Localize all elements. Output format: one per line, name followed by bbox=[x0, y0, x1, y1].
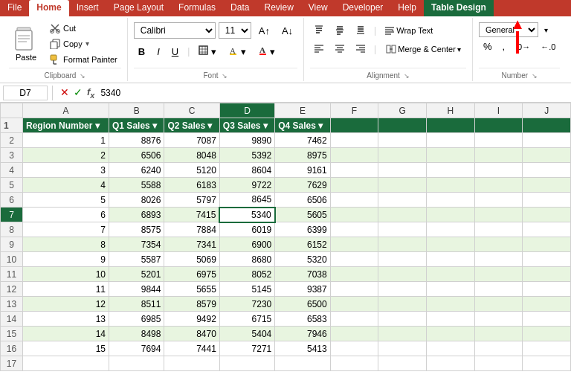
cell-a12[interactable]: 11 bbox=[23, 282, 109, 297]
cell-j16[interactable] bbox=[523, 341, 571, 356]
font-color-button[interactable]: A ▾ bbox=[254, 44, 280, 59]
empty-cell[interactable] bbox=[23, 356, 109, 371]
left-align-button[interactable] bbox=[310, 41, 328, 57]
cell-j8[interactable] bbox=[523, 222, 571, 237]
cell-b2[interactable]: 8876 bbox=[109, 133, 164, 148]
italic-button[interactable]: I bbox=[152, 45, 164, 59]
cell-c13[interactable]: 8579 bbox=[164, 297, 219, 312]
header-cell-q2[interactable]: Q2 Sales ▾ bbox=[164, 118, 219, 133]
empty-cell[interactable] bbox=[474, 356, 523, 371]
cell-j12[interactable] bbox=[523, 282, 571, 297]
cell-g2[interactable] bbox=[378, 133, 427, 148]
cell-h13[interactable] bbox=[426, 297, 474, 312]
cell-f14[interactable] bbox=[330, 312, 378, 327]
cell-d14[interactable]: 6715 bbox=[219, 312, 274, 327]
cell-h11[interactable] bbox=[426, 267, 474, 282]
cell-a14[interactable]: 13 bbox=[23, 312, 109, 327]
cell-a15[interactable]: 14 bbox=[23, 327, 109, 341]
cell-d11[interactable]: 8052 bbox=[219, 267, 274, 282]
cell-e11[interactable]: 7038 bbox=[275, 267, 330, 282]
cell-c14[interactable]: 9492 bbox=[164, 312, 219, 327]
cell-h12[interactable] bbox=[426, 282, 474, 297]
cell-e13[interactable]: 6500 bbox=[275, 297, 330, 312]
center-align-button[interactable] bbox=[331, 41, 349, 57]
merge-center-button[interactable]: Merge & Center ▾ bbox=[381, 42, 466, 57]
font-name-select[interactable]: Calibri bbox=[134, 22, 216, 39]
border-button[interactable]: ▾ bbox=[194, 44, 221, 59]
cell-j10[interactable] bbox=[523, 252, 571, 267]
cell-b5[interactable]: 5588 bbox=[109, 178, 164, 193]
number-format-select[interactable]: General bbox=[479, 22, 538, 37]
cell-a6[interactable]: 5 bbox=[23, 193, 109, 208]
cell-b7[interactable]: 6893 bbox=[109, 208, 164, 222]
cell-a11[interactable]: 10 bbox=[23, 267, 109, 282]
cell-b3[interactable]: 6506 bbox=[109, 148, 164, 163]
bold-button[interactable]: B bbox=[134, 45, 149, 59]
cell-a9[interactable]: 8 bbox=[23, 237, 109, 252]
cell-i13[interactable] bbox=[474, 297, 523, 312]
cell-h6[interactable] bbox=[426, 193, 474, 208]
cell-g14[interactable] bbox=[378, 312, 427, 327]
cell-i8[interactable] bbox=[474, 222, 523, 237]
decrease-decimal-button[interactable]: ←.0 bbox=[536, 41, 560, 53]
confirm-formula-icon[interactable]: ✓ bbox=[74, 86, 83, 100]
cell-c15[interactable]: 8470 bbox=[164, 327, 219, 341]
cell-b6[interactable]: 8026 bbox=[109, 193, 164, 208]
cell-i9[interactable] bbox=[474, 237, 523, 252]
cell-f15[interactable] bbox=[330, 327, 378, 341]
cell-a10[interactable]: 9 bbox=[23, 252, 109, 267]
cell-g7[interactable] bbox=[378, 208, 427, 222]
cell-e9[interactable]: 6152 bbox=[275, 237, 330, 252]
cell-a4[interactable]: 3 bbox=[23, 163, 109, 178]
cell-h14[interactable] bbox=[426, 312, 474, 327]
header-cell-q4[interactable]: Q4 Sales ▾ bbox=[275, 118, 330, 133]
cell-g5[interactable] bbox=[378, 178, 427, 193]
col-header-i[interactable]: I bbox=[474, 103, 523, 118]
cell-j7[interactable] bbox=[523, 208, 571, 222]
header-cell-q1[interactable]: Q1 Sales ▾ bbox=[109, 118, 164, 133]
cell-d10[interactable]: 8680 bbox=[219, 252, 274, 267]
cell-c6[interactable]: 5797 bbox=[164, 193, 219, 208]
cell-i11[interactable] bbox=[474, 267, 523, 282]
cell-i5[interactable] bbox=[474, 178, 523, 193]
cell-g6[interactable] bbox=[378, 193, 427, 208]
header-empty-g[interactable] bbox=[378, 118, 427, 133]
cell-g15[interactable] bbox=[378, 327, 427, 341]
col-header-f[interactable]: F bbox=[330, 103, 378, 118]
header-cell-q3[interactable]: Q3 Sales ▾ bbox=[219, 118, 274, 133]
cell-h7[interactable] bbox=[426, 208, 474, 222]
cell-d16[interactable]: 7271 bbox=[219, 341, 274, 356]
empty-cell[interactable] bbox=[164, 356, 219, 371]
cell-j14[interactable] bbox=[523, 312, 571, 327]
cell-d15[interactable]: 5404 bbox=[219, 327, 274, 341]
menu-help[interactable]: Help bbox=[390, 0, 424, 16]
cell-c8[interactable]: 7884 bbox=[164, 222, 219, 237]
formula-input[interactable] bbox=[97, 88, 568, 98]
cell-g8[interactable] bbox=[378, 222, 427, 237]
cell-d6[interactable]: 8645 bbox=[219, 193, 274, 208]
menu-review[interactable]: Review bbox=[257, 0, 300, 16]
col-header-b[interactable]: B bbox=[109, 103, 164, 118]
cell-i12[interactable] bbox=[474, 282, 523, 297]
cell-f11[interactable] bbox=[330, 267, 378, 282]
empty-cell[interactable] bbox=[219, 356, 274, 371]
align-middle-button[interactable] bbox=[331, 22, 349, 39]
cell-d12[interactable]: 5145 bbox=[219, 282, 274, 297]
wrap-text-button[interactable]: Wrap Text bbox=[381, 23, 436, 38]
cell-f4[interactable] bbox=[330, 163, 378, 178]
col-header-g[interactable]: G bbox=[378, 103, 427, 118]
cell-c4[interactable]: 5120 bbox=[164, 163, 219, 178]
empty-cell[interactable] bbox=[275, 356, 330, 371]
cell-e12[interactable]: 9387 bbox=[275, 282, 330, 297]
cell-b12[interactable]: 9844 bbox=[109, 282, 164, 297]
col-header-a[interactable]: A bbox=[23, 103, 109, 118]
cell-j6[interactable] bbox=[523, 193, 571, 208]
col-header-j[interactable]: J bbox=[523, 103, 571, 118]
cell-e10[interactable]: 5320 bbox=[275, 252, 330, 267]
cell-b4[interactable]: 6240 bbox=[109, 163, 164, 178]
cell-j13[interactable] bbox=[523, 297, 571, 312]
col-header-c[interactable]: C bbox=[164, 103, 219, 118]
empty-cell[interactable] bbox=[426, 356, 474, 371]
cell-e2[interactable]: 7462 bbox=[275, 133, 330, 148]
cell-f3[interactable] bbox=[330, 148, 378, 163]
